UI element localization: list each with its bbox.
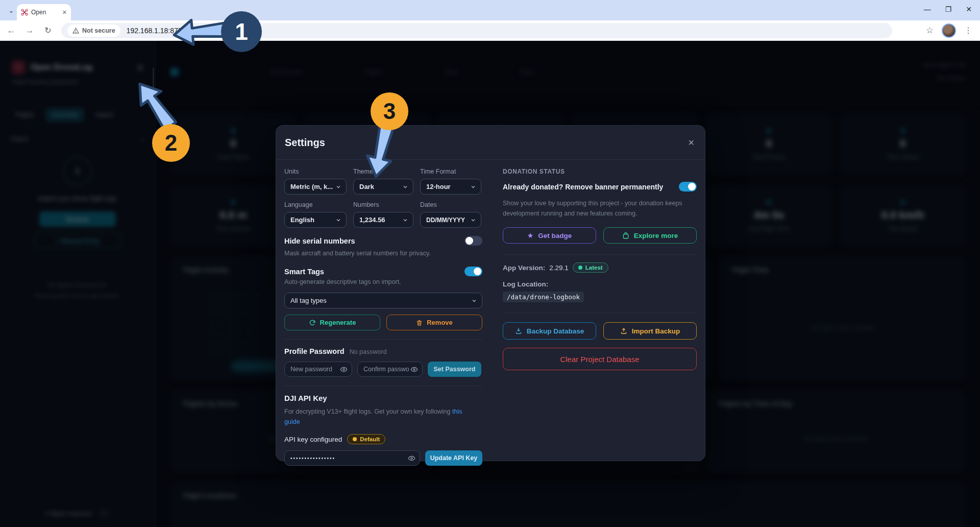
dji-api-key-desc: For decrypting V13+ flight logs. Get you…: [284, 407, 469, 427]
language-select[interactable]: English: [284, 212, 347, 228]
time-format-label: Time Format: [420, 168, 481, 175]
reload-icon[interactable]: ↻: [41, 23, 55, 38]
star-icon: ★: [527, 231, 534, 239]
browser-tab[interactable]: Open ✕: [17, 4, 71, 20]
api-key-field[interactable]: [285, 456, 420, 461]
chevron-down-icon: [470, 217, 476, 223]
browser-menu-icon[interactable]: ⋮: [964, 26, 973, 35]
not-secure-label: Not secure: [82, 27, 115, 34]
warning-icon: [72, 28, 79, 34]
hide-serial-toggle[interactable]: [464, 236, 482, 246]
restore-icon[interactable]: ❐: [945, 5, 952, 13]
theme-select[interactable]: Dark: [353, 179, 413, 195]
clear-project-database-button[interactable]: Clear Project Database: [503, 348, 697, 370]
language-label: Language: [284, 201, 347, 208]
regenerate-button[interactable]: Regenerate: [284, 315, 380, 330]
hide-serial-label: Hide serial numbers: [284, 237, 355, 245]
donation-toggle[interactable]: [679, 182, 697, 191]
smart-tags-label: Smart Tags: [284, 268, 324, 276]
donation-desc: Show your love by supporting this projec…: [503, 198, 697, 219]
update-api-key-button[interactable]: Update API Key: [425, 450, 482, 466]
set-password-button[interactable]: Set Password: [428, 362, 481, 377]
smart-tags-toggle[interactable]: [464, 267, 482, 276]
donation-toggle-label: Already donated? Remove banner permanent…: [503, 183, 663, 191]
dates-label: Dates: [420, 201, 481, 208]
minimize-icon[interactable]: —: [924, 5, 931, 13]
profile-password-label: Profile Password: [284, 347, 345, 355]
password-status: No password: [350, 348, 387, 355]
time-format-select[interactable]: 12-hour: [420, 179, 481, 195]
browser-toolbar: ← → ↻ Not secure 192.168.1.18:8776 ☆ ⋮: [0, 20, 980, 41]
units-label: Units: [284, 168, 347, 175]
donation-status-header: DONATION STATUS: [503, 168, 697, 175]
latest-badge: Latest: [573, 262, 608, 273]
hide-serial-desc: Mask aircraft and battery serial numbers…: [284, 249, 482, 258]
app-version-label: App Version:: [503, 264, 545, 272]
chevron-down-icon: [335, 217, 341, 223]
status-dot: [578, 266, 582, 270]
eye-icon[interactable]: [340, 366, 348, 373]
not-secure-chip[interactable]: Not secure: [67, 25, 120, 37]
back-icon[interactable]: ←: [4, 23, 18, 38]
remove-button[interactable]: Remove: [386, 315, 482, 330]
close-icon[interactable]: ✕: [688, 138, 695, 148]
drone-favicon: [21, 9, 28, 16]
log-location-path: /data/drone-logbook: [503, 292, 584, 302]
eye-icon[interactable]: [410, 366, 418, 373]
default-badge: Default: [347, 434, 385, 444]
annotation-step-2: 2: [152, 124, 190, 162]
tab-close-icon[interactable]: ✕: [62, 9, 67, 16]
backup-database-button[interactable]: Backup Database: [503, 322, 596, 340]
forward-icon[interactable]: →: [22, 23, 37, 38]
dates-select[interactable]: DD/MM/YYYY: [420, 212, 481, 228]
explore-more-button[interactable]: Explore more: [603, 227, 697, 244]
bookmark-star-icon[interactable]: ☆: [926, 25, 934, 36]
smart-tags-desc: Auto-generate descriptive tags on import…: [284, 277, 482, 286]
confirm-password-field-wrap: [357, 362, 423, 377]
annotation-step-1: 1: [221, 11, 262, 52]
app-version-value: 2.29.1: [549, 264, 569, 272]
new-password-field-wrap: [284, 362, 352, 377]
download-icon: [515, 327, 522, 334]
window-close-icon[interactable]: ✕: [966, 5, 972, 13]
tab-title: Open: [31, 9, 59, 16]
browser-titlebar: ⌄ Open ✕ — ❐ ✕: [0, 0, 980, 20]
trash-icon: [416, 319, 423, 326]
api-key-configured-label: API key configured: [284, 436, 342, 443]
upload-icon: [620, 327, 627, 334]
profile-avatar[interactable]: [942, 23, 956, 38]
tag-types-select[interactable]: All tag types: [284, 293, 482, 308]
units-select[interactable]: Metric (m, k...: [284, 179, 347, 195]
chevron-down-icon: [471, 298, 477, 304]
log-location-label: Log Location:: [503, 280, 697, 288]
get-badge-button[interactable]: ★ Get badge: [503, 227, 596, 244]
status-dot: [353, 437, 357, 441]
chevron-down-icon: [470, 184, 476, 190]
eye-icon[interactable]: [408, 454, 415, 462]
api-key-field-wrap: [284, 450, 420, 466]
numbers-select[interactable]: 1,234.56: [353, 212, 413, 228]
dialog-title: Settings: [285, 137, 325, 149]
refresh-icon: [309, 319, 316, 326]
numbers-label: Numbers: [353, 201, 413, 208]
chevron-down-icon: [402, 184, 408, 190]
import-backup-button[interactable]: Import Backup: [603, 322, 697, 340]
annotation-step-3: 3: [371, 92, 408, 130]
chevron-down-icon: [335, 184, 341, 190]
chevron-down-icon: [402, 217, 408, 223]
tab-search-chevron-icon[interactable]: ⌄: [5, 4, 17, 16]
dji-api-key-label: DJI API Key: [284, 394, 482, 402]
settings-dialog: Settings ✕ Units Metric (m, k... Theme D…: [276, 125, 705, 461]
shopping-bag-icon: [622, 232, 629, 239]
